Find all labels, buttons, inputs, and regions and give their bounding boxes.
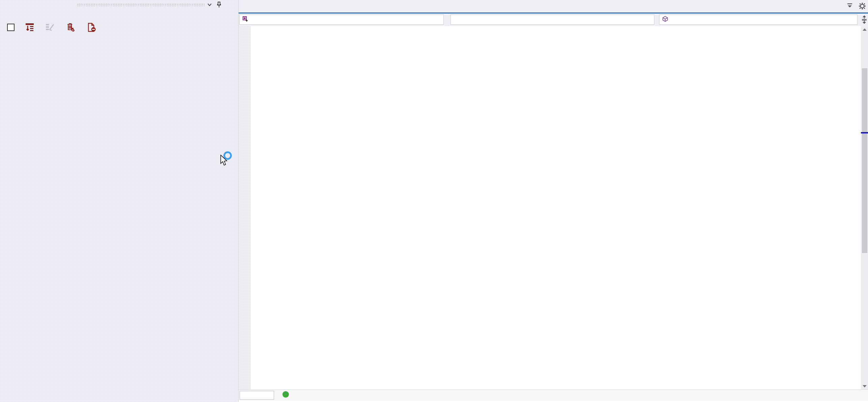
member-dropdown[interactable] [659,15,858,25]
project-dropdown[interactable] [239,15,444,25]
tidy-clean-icon[interactable] [66,22,76,32]
window-position-menu-icon[interactable] [206,1,213,8]
close-icon[interactable] [223,1,231,8]
code-editor-group [238,0,868,402]
breakpoint-margin[interactable] [239,26,251,390]
gear-icon[interactable] [859,3,866,11]
editor-status-bar [239,390,868,401]
caret-position-marker [861,132,868,133]
panel-title-bar[interactable] [0,0,236,9]
editor-navigation-bar [239,14,868,26]
tidy-options-icon[interactable] [25,22,35,32]
panel-toolbar [0,21,236,36]
visual-studio-window [0,0,868,402]
pin-icon[interactable] [215,1,223,8]
clang-power-tools-panel [0,0,236,402]
split-editor-handle[interactable] [862,16,867,25]
document-tab-strip [239,0,868,14]
mouse-cursor [220,155,229,168]
scroll-up-icon[interactable] [861,26,868,33]
scroll-down-icon[interactable] [861,383,868,390]
scope-dropdown[interactable] [451,15,654,25]
code-viewport[interactable] [239,26,861,390]
no-issues-icon [282,391,289,398]
open-files-dropdown-icon[interactable] [847,3,853,11]
ignore-file-icon[interactable] [86,22,97,32]
zoom-level-dropdown[interactable] [240,391,274,400]
issues-indicator[interactable] [282,391,292,398]
method-icon [662,16,668,24]
drag-handle[interactable] [77,3,205,6]
vertical-scrollbar[interactable] [861,26,868,390]
format-preview-icon [45,22,55,32]
project-icon [242,16,248,24]
scrollbar-thumb[interactable] [862,68,867,253]
select-all-checkbox[interactable] [7,24,15,31]
